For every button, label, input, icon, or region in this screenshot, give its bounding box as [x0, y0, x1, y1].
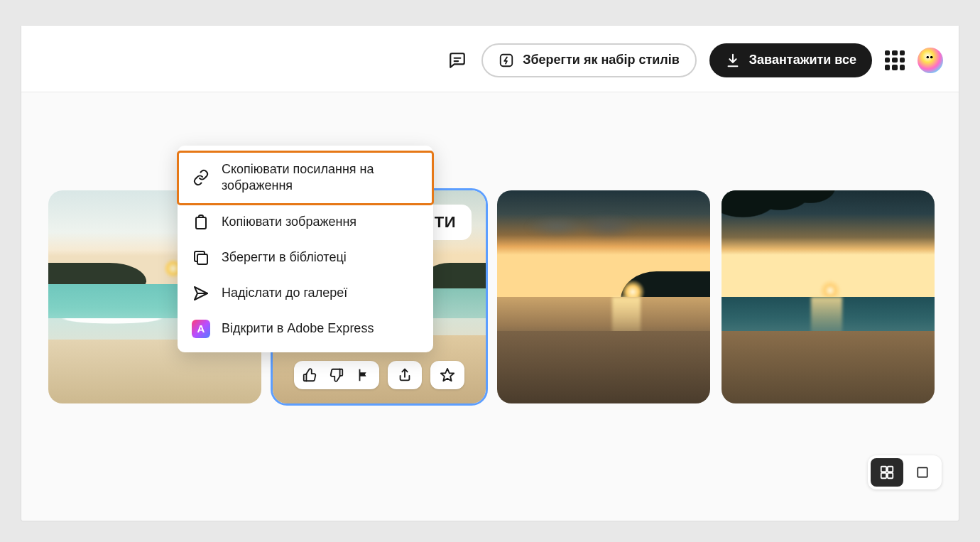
- svg-rect-8: [881, 473, 886, 478]
- library-icon: [192, 249, 209, 266]
- adobe-express-icon: A: [192, 320, 210, 338]
- favorite-group: [430, 361, 464, 389]
- menu-send-gallery[interactable]: Надіслати до галереї: [178, 276, 433, 311]
- result-thumbnail[interactable]: [722, 190, 935, 403]
- menu-send-gallery-label: Надіслати до галереї: [222, 285, 347, 301]
- svg-rect-7: [888, 467, 893, 472]
- bolt-icon: [499, 53, 514, 68]
- menu-copy-link[interactable]: Скопіювати посилання на зображення: [178, 151, 433, 205]
- svg-rect-6: [881, 467, 886, 472]
- flag-icon: [356, 367, 371, 383]
- send-icon: [192, 285, 209, 302]
- favorite-button[interactable]: [439, 367, 456, 384]
- thumbnail-actions: [294, 361, 464, 389]
- menu-copy-image[interactable]: Копіювати зображення: [178, 205, 433, 240]
- svg-rect-5: [197, 254, 207, 264]
- context-menu: Скопіювати посилання на зображення Копію…: [178, 146, 433, 352]
- svg-marker-3: [441, 369, 454, 381]
- view-toggle: [868, 455, 942, 489]
- chat-icon: [448, 51, 467, 70]
- generated-image: [722, 190, 935, 403]
- menu-copy-link-label: Скопіювати посилання на зображення: [222, 161, 419, 195]
- generated-image: [497, 190, 710, 403]
- svg-rect-9: [888, 473, 893, 478]
- svg-rect-4: [196, 217, 206, 229]
- download-all-label: Завантажити все: [749, 53, 856, 67]
- grid-view-button[interactable]: [871, 458, 903, 487]
- menu-open-express[interactable]: A Відкрити в Adobe Express: [178, 311, 433, 347]
- apps-grid-button[interactable]: [885, 50, 905, 70]
- save-style-set-label: Зберегти як набір стилів: [523, 53, 680, 67]
- share-group: [388, 361, 422, 389]
- download-icon: [725, 53, 741, 68]
- grid-icon: [879, 465, 895, 480]
- share-button[interactable]: [396, 367, 413, 384]
- thumbs-up-icon: [302, 367, 317, 383]
- content-area: ЖИТИ: [21, 92, 959, 521]
- star-icon: [440, 367, 455, 383]
- thumbs-down-button[interactable]: [328, 367, 345, 384]
- header-bar: Зберегти як набір стилів Завантажити все: [21, 28, 959, 92]
- single-view-button[interactable]: [906, 458, 939, 487]
- rate-group: [294, 361, 379, 389]
- menu-open-express-label: Відкрити в Adobe Express: [222, 320, 374, 337]
- download-all-button[interactable]: Завантажити все: [709, 43, 872, 77]
- feedback-button[interactable]: [446, 49, 469, 72]
- result-thumbnail[interactable]: [497, 190, 710, 403]
- share-icon: [397, 367, 413, 383]
- save-style-set-button[interactable]: Зберегти як набір стилів: [481, 43, 697, 77]
- svg-rect-10: [918, 467, 927, 477]
- square-icon: [915, 465, 930, 479]
- thumbs-down-icon: [329, 367, 344, 383]
- menu-copy-image-label: Копіювати зображення: [222, 214, 356, 230]
- menu-save-library-label: Зберегти в бібліотеці: [222, 249, 347, 266]
- user-avatar[interactable]: [918, 48, 943, 73]
- menu-save-library[interactable]: Зберегти в бібліотеці: [178, 240, 433, 276]
- clipboard-icon: [192, 214, 209, 231]
- flag-button[interactable]: [355, 367, 372, 384]
- link-icon: [192, 169, 209, 186]
- thumbs-up-button[interactable]: [301, 367, 318, 384]
- app-frame: Зберегти як набір стилів Завантажити все: [21, 26, 959, 521]
